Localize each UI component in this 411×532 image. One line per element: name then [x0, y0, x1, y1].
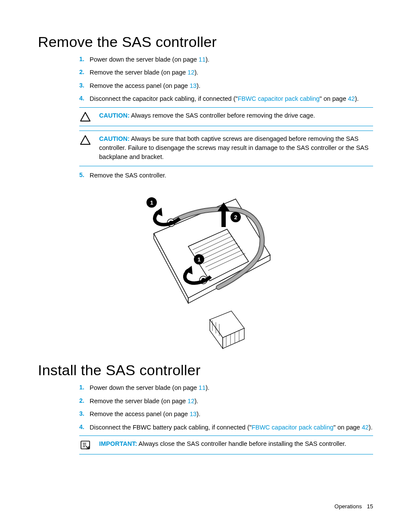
svg-text:2: 2: [234, 214, 237, 221]
cross-ref-link[interactable]: FBWC capacitor pack cabling: [252, 424, 333, 431]
cross-ref-link[interactable]: FBWC capacitor pack cabling: [238, 95, 320, 102]
steps-install: 1. Power down the server blade (on page …: [38, 383, 373, 432]
page-footer: Operations 15: [334, 503, 373, 510]
page-ref-link[interactable]: 11: [199, 384, 206, 391]
list-item: 4. Disconnect the capacitor pack cabling…: [79, 94, 373, 103]
heading-install-sas: Install the SAS controller: [38, 362, 373, 379]
caution-label: CAUTION:: [99, 112, 130, 119]
heading-remove-sas: Remove the SAS controller: [38, 34, 373, 50]
page-ref-link[interactable]: 11: [199, 56, 206, 63]
important-icon: [79, 439, 91, 450]
step-text: Remove the server blade (on page: [90, 69, 187, 76]
list-item: 2. Remove the server blade (on page 12).: [79, 68, 373, 77]
footer-page-number: 15: [367, 503, 373, 510]
caution-text: Always remove the SAS controller before …: [130, 112, 315, 119]
page-ref-link[interactable]: 12: [187, 69, 194, 76]
page-ref-link[interactable]: 13: [190, 82, 196, 89]
page-ref-link[interactable]: 12: [187, 398, 194, 404]
svg-text:1: 1: [150, 199, 153, 206]
page-ref-link[interactable]: 13: [190, 411, 196, 417]
page-ref-link[interactable]: 42: [362, 424, 369, 431]
step-text: ).: [196, 82, 200, 89]
important-label: IMPORTANT:: [99, 440, 137, 447]
diagram-container: 1 2 1: [38, 186, 373, 350]
step-text: " on page: [320, 95, 348, 102]
list-item: 3. Remove the access panel (on page 13).: [79, 81, 373, 90]
important-text: Always close the SAS controller handle b…: [137, 440, 346, 447]
step-text: Remove the SAS controller.: [90, 172, 166, 179]
caution-text: Always be sure that both captive screws …: [99, 135, 368, 160]
caution-callout: CAUTION: Always remove the SAS controlle…: [79, 107, 373, 126]
important-callout: IMPORTANT: Always close the SAS controll…: [79, 436, 373, 454]
list-item: 3. Remove the access panel (on page 13).: [79, 409, 373, 419]
caution-icon: [79, 134, 91, 162]
caution-icon: [79, 111, 91, 121]
step-text: Remove the server blade (on page: [90, 398, 187, 404]
sas-controller-diagram: 1 2 1: [128, 186, 283, 350]
step-number: 1.: [79, 383, 84, 392]
step-number: 2.: [79, 396, 84, 406]
list-item: 1. Power down the server blade (on page …: [79, 55, 373, 64]
list-item: 1. Power down the server blade (on page …: [79, 383, 373, 392]
caution-label: CAUTION:: [99, 135, 130, 142]
steps-remove: 1. Power down the server blade (on page …: [38, 55, 373, 104]
step-text: ).: [194, 398, 198, 404]
step-text: Remove the access panel (on page: [90, 411, 190, 417]
step-number: 4.: [79, 94, 84, 103]
step-text: Power down the server blade (on page: [90, 384, 199, 391]
list-item: 5. Remove the SAS controller.: [79, 171, 373, 180]
footer-section: Operations: [334, 503, 362, 510]
step-text: Disconnect the FBWC battery pack cabling…: [90, 424, 252, 431]
step-number: 1.: [79, 55, 84, 64]
list-item: 2. Remove the server blade (on page 12).: [79, 396, 373, 406]
step-text: Power down the server blade (on page: [90, 56, 199, 63]
svg-text:1: 1: [197, 256, 200, 263]
step-number: 3.: [79, 81, 84, 90]
step-text: ).: [206, 384, 209, 391]
step-number: 4.: [79, 423, 84, 432]
step-text: Remove the access panel (on page: [90, 82, 190, 89]
step-text: ).: [369, 424, 373, 431]
step-text: ).: [196, 411, 200, 417]
step-number: 3.: [79, 409, 84, 419]
step-text: ).: [355, 95, 359, 102]
step-text: ).: [206, 56, 209, 63]
steps-remove-cont: 5. Remove the SAS controller.: [38, 171, 373, 180]
list-item: 4. Disconnect the FBWC battery pack cabl…: [79, 423, 373, 432]
page-ref-link[interactable]: 42: [348, 95, 355, 102]
step-number: 5.: [79, 171, 84, 180]
step-text: " on page: [333, 424, 362, 431]
caution-callout: CAUTION: Always be sure that both captiv…: [79, 131, 373, 166]
step-text: ).: [194, 69, 198, 76]
step-text: Disconnect the capacitor pack cabling, i…: [90, 95, 238, 102]
step-number: 2.: [79, 68, 84, 77]
